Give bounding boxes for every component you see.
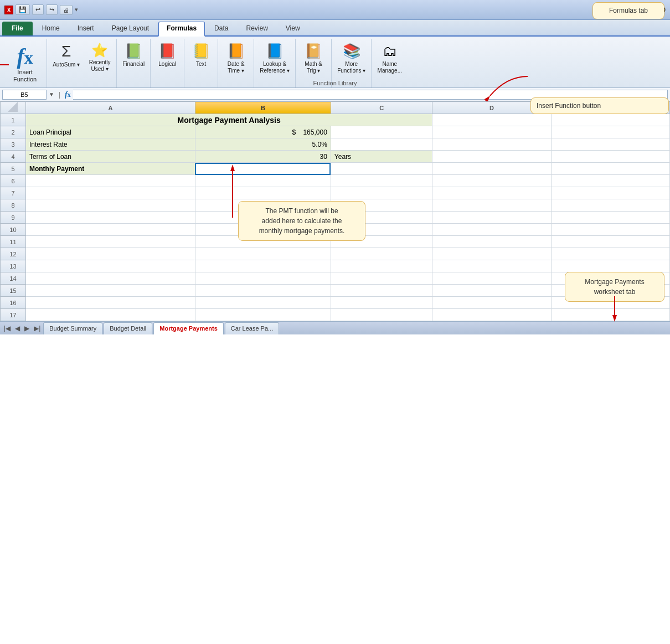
cell-c14[interactable] xyxy=(331,272,432,285)
cell-a16[interactable] xyxy=(25,297,195,309)
cell-d16[interactable] xyxy=(432,297,551,309)
cell-e4[interactable] xyxy=(551,151,669,163)
sheet-nav-last[interactable]: ▶| xyxy=(32,324,42,332)
cell-c17[interactable] xyxy=(331,309,432,321)
insert-function-button[interactable]: fx Insert Function xyxy=(9,42,41,86)
cell-d5[interactable] xyxy=(432,163,551,175)
text-button[interactable]: 📒 Text xyxy=(188,41,214,69)
cell-a17[interactable] xyxy=(25,309,195,321)
cell-b7[interactable] xyxy=(195,187,331,199)
cell-b12[interactable] xyxy=(195,248,331,260)
cell-c6[interactable] xyxy=(331,175,432,187)
cell-b2[interactable]: $ 165,000 xyxy=(195,126,331,138)
cell-e10[interactable] xyxy=(551,224,669,236)
cell-d7[interactable] xyxy=(432,187,551,199)
cell-c4[interactable]: Years xyxy=(331,151,432,163)
cell-b15[interactable] xyxy=(195,285,331,297)
formula-bar-fx[interactable]: fx xyxy=(65,90,71,99)
cell-d11[interactable] xyxy=(432,236,551,248)
save-button[interactable]: 💾 xyxy=(16,4,30,15)
cell-b5[interactable] xyxy=(195,163,331,175)
col-header-a[interactable]: A xyxy=(25,102,195,114)
more-functions-button[interactable]: 📚 More Functions ▾ xyxy=(335,41,368,76)
cell-a3[interactable]: Interest Rate xyxy=(25,138,195,151)
title-cell[interactable]: Mortgage Payment Analysis xyxy=(25,114,432,126)
sheet-nav-first[interactable]: |◀ xyxy=(2,324,12,332)
cell-e13[interactable] xyxy=(551,260,669,272)
cell-c5[interactable] xyxy=(331,163,432,175)
financial-button[interactable]: 📗 Financial xyxy=(120,41,147,69)
cell-c16[interactable] xyxy=(331,297,432,309)
tab-formulas[interactable]: Formulas xyxy=(158,22,205,37)
cell-d10[interactable] xyxy=(432,224,551,236)
cell-d12[interactable] xyxy=(432,248,551,260)
cell-d8[interactable] xyxy=(432,199,551,212)
cell-c2[interactable] xyxy=(331,126,432,138)
sheet-tab-budget-summary[interactable]: Budget Summary xyxy=(43,322,102,334)
col-header-c[interactable]: C xyxy=(331,102,432,114)
sheet-tab-budget-detail[interactable]: Budget Detail xyxy=(104,322,152,334)
tab-home[interactable]: Home xyxy=(34,22,68,35)
logical-button[interactable]: 📕 Logical xyxy=(154,41,181,69)
cell-d3[interactable] xyxy=(432,138,551,151)
cell-d17[interactable] xyxy=(432,309,551,321)
sheet-tab-mortgage-payments[interactable]: Mortgage Payments xyxy=(153,322,224,334)
col-header-b[interactable]: B xyxy=(195,102,331,114)
cell-d1[interactable] xyxy=(432,114,551,126)
tab-review[interactable]: Review xyxy=(238,22,276,35)
cell-b17[interactable] xyxy=(195,309,331,321)
cell-c13[interactable] xyxy=(331,260,432,272)
tab-file[interactable]: File xyxy=(2,22,33,35)
cell-a6[interactable] xyxy=(25,175,195,187)
cell-b4[interactable]: 30 xyxy=(195,151,331,163)
cell-a4[interactable]: Terms of Loan xyxy=(25,151,195,163)
tab-view[interactable]: View xyxy=(277,22,308,35)
cell-c15[interactable] xyxy=(331,285,432,297)
cell-d4[interactable] xyxy=(432,151,551,163)
cell-b13[interactable] xyxy=(195,260,331,272)
redo-button[interactable]: ↪ xyxy=(46,4,58,15)
cell-a8[interactable] xyxy=(25,199,195,212)
sheet-nav-next[interactable]: ▶ xyxy=(23,324,31,332)
cell-e3[interactable] xyxy=(551,138,669,151)
cell-e12[interactable] xyxy=(551,248,669,260)
cell-b16[interactable] xyxy=(195,297,331,309)
cell-e17[interactable] xyxy=(551,309,669,321)
cell-e1[interactable] xyxy=(551,114,669,126)
undo-button[interactable]: ↩ xyxy=(32,4,44,15)
cell-d6[interactable] xyxy=(432,175,551,187)
cell-e8[interactable] xyxy=(551,199,669,212)
cell-b6[interactable] xyxy=(195,175,331,187)
lookup-button[interactable]: 📘 Lookup & Reference ▾ xyxy=(257,41,292,76)
cell-a7[interactable] xyxy=(25,187,195,199)
cell-a12[interactable] xyxy=(25,248,195,260)
cell-c3[interactable] xyxy=(331,138,432,151)
cell-d13[interactable] xyxy=(432,260,551,272)
sheet-nav-prev[interactable]: ◀ xyxy=(13,324,22,332)
recently-used-button[interactable]: ⭐ Recently Used ▾ xyxy=(86,41,113,74)
cell-e7[interactable] xyxy=(551,187,669,199)
cell-a14[interactable] xyxy=(25,272,195,285)
cell-a2[interactable]: Loan Principal xyxy=(25,126,195,138)
cell-c7[interactable] xyxy=(331,187,432,199)
cell-e5[interactable] xyxy=(551,163,669,175)
tab-insert[interactable]: Insert xyxy=(69,22,102,35)
cell-a9[interactable] xyxy=(25,212,195,224)
cell-d2[interactable] xyxy=(432,126,551,138)
math-button[interactable]: 📔 Math & Trig ▾ xyxy=(300,41,327,76)
cell-d14[interactable] xyxy=(432,272,551,285)
cell-a11[interactable] xyxy=(25,236,195,248)
datetime-button[interactable]: 📙 Date & Time ▾ xyxy=(223,41,249,76)
cell-b3[interactable]: 5.0% xyxy=(195,138,331,151)
name-box[interactable] xyxy=(2,90,47,100)
formula-bar-dropdown[interactable]: ▼ xyxy=(49,91,54,97)
cell-b14[interactable] xyxy=(195,272,331,285)
cell-c12[interactable] xyxy=(331,248,432,260)
cell-e9[interactable] xyxy=(551,212,669,224)
autosum-button[interactable]: Σ AutoSum ▾ xyxy=(50,41,82,70)
cell-d15[interactable] xyxy=(432,285,551,297)
tab-pagelayout[interactable]: Page Layout xyxy=(104,22,157,35)
print-button[interactable]: 🖨 xyxy=(60,5,73,15)
cell-e11[interactable] xyxy=(551,236,669,248)
cell-a5[interactable]: Monthly Payment xyxy=(25,163,195,175)
